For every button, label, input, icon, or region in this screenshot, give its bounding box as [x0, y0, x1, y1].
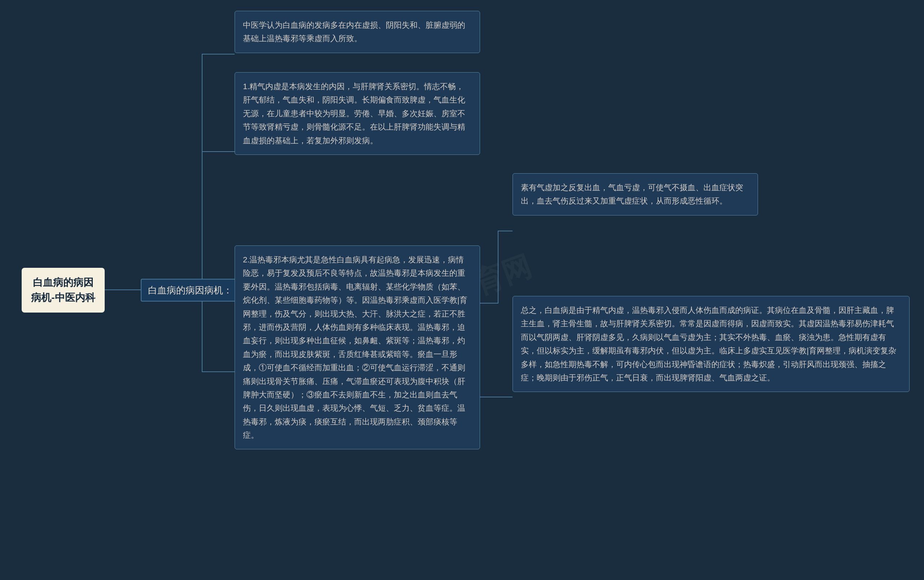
box-top: 中医学认为白血病的发病多在内在虚损、阴阳失和、脏腑虚弱的基础上温热毒邪等乘虚而入…: [235, 11, 480, 53]
box-top-text: 中医学认为白血病的发病多在内在虚损、阴阳失和、脏腑虚弱的基础上温热毒邪等乘虚而入…: [243, 21, 465, 43]
box-right1-text: 素有气虚加之反复出血，气血亏虚，可使气不摄血、出血症状突出，血去气伤反过来又加重…: [521, 183, 743, 205]
central-node: 白血病的病因病机-中医内科: [21, 268, 105, 313]
box-mid2: 2.温热毒邪本病尤其是急性白血病具有起病急，发展迅速，病情险恶，易于复发及预后不…: [235, 246, 480, 449]
second-label: 白血病的病因病机：: [148, 284, 232, 295]
box-right2-text: 总之，白血病是由于精气内虚，温热毒邪入侵而人体伤血而成的病证。其病位在血及骨髓，…: [521, 306, 896, 382]
box-right1: 素有气虚加之反复出血，气血亏虚，可使气不摄血、出血症状突出，血去气伤反过来又加重…: [512, 173, 758, 216]
second-node: 白血病的病因病机：: [141, 278, 240, 302]
box-mid1-text: 1.精气内虚是本病发生的内因，与肝脾肾关系密切。情志不畅，肝气郁结，气血失和，阴…: [243, 82, 465, 145]
box-mid1: 1.精气内虚是本病发生的内因，与肝脾肾关系密切。情志不畅，肝气郁结，气血失和，阴…: [235, 72, 480, 155]
central-label: 白血病的病因病机-中医内科: [31, 277, 95, 303]
box-right2: 总之，白血病是由于精气内虚，温热毒邪入侵而人体伤血而成的病证。其病位在血及骨髓，…: [512, 296, 909, 392]
box-mid2-text: 2.温热毒邪本病尤其是急性白血病具有起病急，发展迅速，病情险恶，易于复发及预后不…: [243, 255, 468, 440]
mind-map: 医学教育网 白血病的病因病机-中医内科 白血病的病因病机： 中医学认为白血病的发…: [0, 0, 924, 580]
